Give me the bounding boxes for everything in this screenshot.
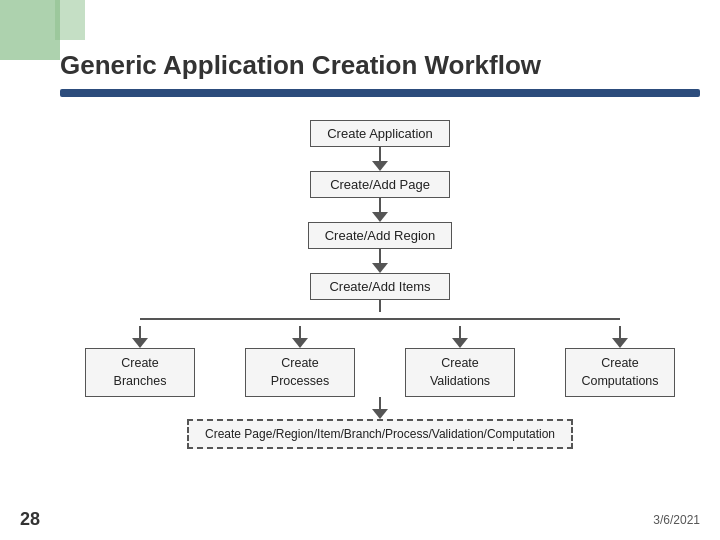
bottom-arrow xyxy=(372,409,388,419)
branch-vert-3 xyxy=(619,326,621,338)
branch-arrow-1 xyxy=(292,338,308,348)
branch-col-3: CreateComputations xyxy=(540,326,700,397)
deco-rect-2 xyxy=(55,0,85,40)
arrow-2 xyxy=(372,212,388,222)
step4-box: Create/Add Items xyxy=(310,273,450,300)
step2-box: Create/Add Page xyxy=(310,171,450,198)
deco-rect-1 xyxy=(0,0,60,60)
branch-box-0: CreateBranches xyxy=(85,348,195,397)
h-line-container xyxy=(60,312,700,326)
page-title: Generic Application Creation Workflow xyxy=(60,50,700,81)
branch-section: CreateBranches CreateProcesses CreateVal… xyxy=(60,300,700,449)
arrow-3 xyxy=(372,263,388,273)
branch-arrow-2 xyxy=(452,338,468,348)
connector-2 xyxy=(379,198,381,212)
branch-box-3: CreateComputations xyxy=(565,348,675,397)
bottom-connector xyxy=(379,397,381,409)
bottom-box: Create Page/Region/Item/Branch/Process/V… xyxy=(187,419,573,449)
branch-arrow-0 xyxy=(132,338,148,348)
title-area: Generic Application Creation Workflow xyxy=(60,50,700,97)
connector-1 xyxy=(379,147,381,161)
branch-row: CreateBranches CreateProcesses CreateVal… xyxy=(60,326,700,397)
flowchart: Create Application Create/Add Page Creat… xyxy=(60,120,700,449)
branch-vert-0 xyxy=(139,326,141,338)
branch-vert-2 xyxy=(459,326,461,338)
branch-arrow-3 xyxy=(612,338,628,348)
step1-box: Create Application xyxy=(310,120,450,147)
branch-col-1: CreateProcesses xyxy=(220,326,380,397)
branch-vert-1 xyxy=(299,326,301,338)
branch-box-2: CreateValidations xyxy=(405,348,515,397)
connector-3 xyxy=(379,249,381,263)
date-text: 3/6/2021 xyxy=(653,513,700,527)
h-line xyxy=(140,318,620,320)
page-number: 28 xyxy=(20,509,40,530)
step3-box: Create/Add Region xyxy=(308,222,453,249)
footer: 28 3/6/2021 xyxy=(20,509,700,530)
branch-col-2: CreateValidations xyxy=(380,326,540,397)
title-bar xyxy=(60,89,700,97)
branch-col-0: CreateBranches xyxy=(60,326,220,397)
arrow-1 xyxy=(372,161,388,171)
branch-box-1: CreateProcesses xyxy=(245,348,355,397)
vert-pre-branch xyxy=(379,300,381,312)
